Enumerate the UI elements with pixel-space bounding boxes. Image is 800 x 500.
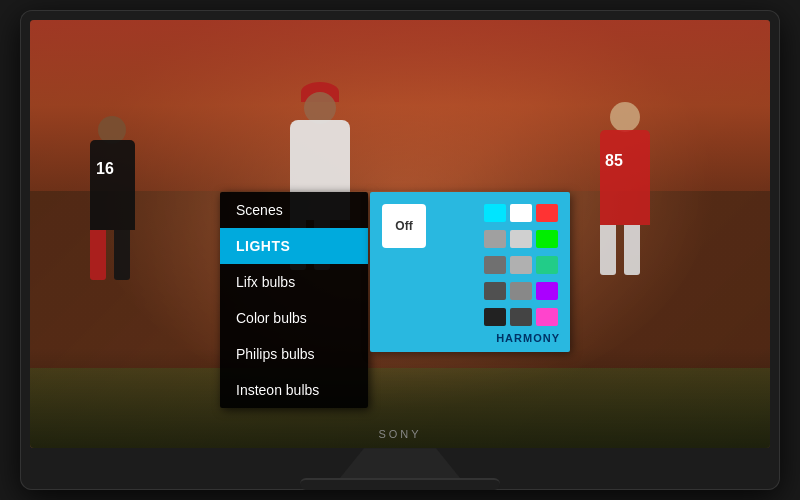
- tv-outer: 16 85: [20, 10, 780, 490]
- swatch-pink[interactable]: [536, 308, 558, 326]
- swatch-mgray[interactable]: [510, 256, 532, 274]
- swatch-purple[interactable]: [536, 282, 558, 300]
- swatch-green[interactable]: [536, 230, 558, 248]
- menu-item-philips[interactable]: Philips bulbs: [220, 336, 368, 372]
- swatch-gray1[interactable]: [484, 230, 506, 248]
- swatch-white[interactable]: [510, 204, 532, 222]
- swatch-sgray[interactable]: [510, 282, 532, 300]
- menu-item-color-bulbs[interactable]: Color bulbs: [220, 300, 368, 336]
- swatch-cyan[interactable]: [484, 204, 506, 222]
- menu-item-lifx[interactable]: Lifx bulbs: [220, 264, 368, 300]
- swatch-teal[interactable]: [536, 256, 558, 274]
- menu-item-lights[interactable]: LIGHTS: [220, 228, 368, 264]
- tv-screen: 16 85: [30, 20, 770, 448]
- sony-logo: SONY: [378, 428, 421, 440]
- harmony-label: HARMONY: [496, 332, 560, 344]
- tv-base: [300, 478, 500, 490]
- player-85: 85: [600, 130, 650, 275]
- swatch-gray2[interactable]: [484, 256, 506, 274]
- menu-list: Scenes LIGHTS Lifx bulbs Color bulbs Phi…: [220, 192, 368, 408]
- menu-overlay: Scenes LIGHTS Lifx bulbs Color bulbs Phi…: [220, 192, 570, 408]
- swatch-black[interactable]: [484, 308, 506, 326]
- menu-item-insteon[interactable]: Insteon bulbs: [220, 372, 368, 408]
- off-button[interactable]: Off: [382, 204, 426, 248]
- swatch-lgray[interactable]: [510, 230, 532, 248]
- color-panel: Off: [370, 192, 570, 352]
- menu-item-scenes[interactable]: Scenes: [220, 192, 368, 228]
- swatch-darkgray[interactable]: [510, 308, 532, 326]
- tv-stand: [340, 448, 460, 478]
- swatch-red[interactable]: [536, 204, 558, 222]
- swatch-dgray[interactable]: [484, 282, 506, 300]
- player-16: 16: [90, 140, 135, 280]
